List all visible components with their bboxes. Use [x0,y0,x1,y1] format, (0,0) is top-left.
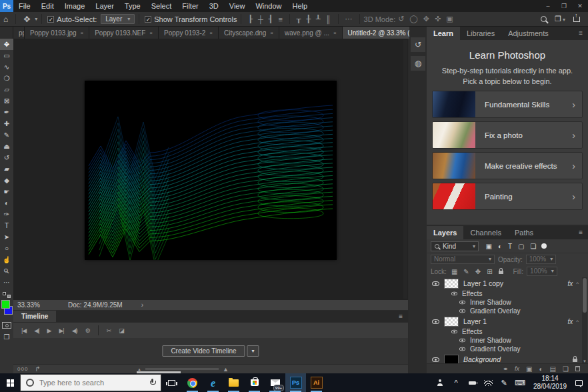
menu-item-select[interactable]: Select [146,0,177,12]
layers-scrollbar[interactable]: ▼ [582,277,587,363]
adjustment-layer-icon[interactable]: ◐ [539,365,543,373]
show-transform-checkbox[interactable]: ✓ [145,16,151,23]
delete-layer-icon[interactable] [575,366,580,371]
canvas-scrollbar[interactable] [403,40,407,299]
menu-item-window[interactable]: Window [250,0,287,12]
filter-adjustment-layers-icon[interactable]: ◐ [495,243,505,250]
screen-mode-button[interactable]: ❐ [0,333,13,341]
card-fundamental-skills[interactable]: Fundamental Skills › [432,91,583,118]
effect-inner-shadow-row[interactable]: Inner Shadow [427,298,588,307]
filter-type-layers-icon[interactable]: T [505,243,515,250]
pen-tool[interactable]: ✑ [0,209,13,220]
zoom-out-icon[interactable]: ▲ [137,367,141,371]
pen-settings-button[interactable]: ✎ [496,373,512,392]
quick-mask-button[interactable] [2,322,11,329]
tab-channels[interactable]: Channels [463,226,507,239]
visibility-eye-icon[interactable] [451,330,457,334]
visibility-eye-icon[interactable] [459,309,465,313]
blend-mode-dropdown[interactable]: Normal▾ [431,255,495,264]
render-video-icon[interactable]: ↱ [28,365,40,373]
align-left-icon[interactable]: ┠ [245,15,255,23]
close-icon[interactable]: × [270,30,273,36]
distribute-vertical-icon[interactable]: ║ [323,15,334,23]
lock-artboard-icon[interactable]: ⊞ [485,268,493,275]
canvas-area[interactable] [13,39,408,300]
menu-item-filter[interactable]: Filter [177,0,203,12]
effect-inner-shadow-row[interactable]: Inner Shadow [427,336,588,345]
tab-adjustments[interactable]: Adjustments [501,27,555,40]
clock[interactable]: 18:14 28/04/2019 [528,375,572,391]
marquee-tool[interactable]: ▭ [0,50,13,61]
menu-item-file[interactable]: File [13,0,36,12]
tab-learn[interactable]: Learn [427,27,460,40]
layer-row-layer1copy[interactable]: Layer 1 copy fx^ [427,277,588,289]
home-icon[interactable]: ⌂ [0,15,11,24]
align-right-icon[interactable]: ┨ [266,15,276,23]
fx-badge[interactable]: fx [567,280,573,287]
effect-gradient-overlay-row[interactable]: Gradient Overlay [427,307,588,315]
action-center-button[interactable] [572,373,588,392]
layer-row-background[interactable]: Background [427,353,588,363]
document-tab[interactable]: Poppy 0193.NEF× [89,27,159,39]
comments-panel-icon[interactable]: ◍ [411,56,425,71]
taskbar-file-explorer[interactable] [223,373,244,392]
taskbar-mail[interactable]: 99+ [265,373,285,392]
microphone-icon[interactable] [149,379,155,387]
layer-thumbnail[interactable] [444,355,459,364]
transition-button[interactable]: ◪ [115,327,128,334]
path-selection-tool[interactable]: ➤ [0,231,13,243]
edit-toolbar-button[interactable]: ⋯ [0,277,13,288]
effects-row[interactable]: Effects [427,289,588,298]
effects-row[interactable]: Effects [427,327,588,336]
document-tab[interactable]: Cityscape.dng× [219,27,279,39]
taskbar-photoshop[interactable]: Ps [285,373,306,392]
search-input[interactable] [39,379,144,387]
zoom-level-field[interactable]: 33.33% [13,301,52,309]
close-icon[interactable]: × [209,30,213,36]
minimize-button[interactable]: – [540,0,556,12]
lock-all-icon[interactable] [499,271,503,274]
layer-name[interactable]: Layer 1 [463,317,487,325]
restore-button[interactable]: ❐ [556,0,572,12]
taskbar-edge[interactable]: e [203,373,223,392]
create-timeline-dropdown[interactable]: ▾ [247,345,259,357]
distribute-top-icon[interactable]: ┰ [294,15,304,23]
align-center-icon[interactable]: ┼ [255,15,266,23]
visibility-eye-icon[interactable] [459,339,465,343]
zoom-in-icon[interactable]: ▲ [223,366,229,373]
layer-style-icon[interactable]: fx [515,365,519,372]
brush-tool[interactable]: ✎ [0,129,13,141]
layer-name[interactable]: Layer 1 copy [463,279,503,287]
people-button[interactable] [432,373,448,392]
document-tab[interactable]: ppy 0193.NEF× [13,27,25,39]
menu-item-help[interactable]: Help [287,0,313,12]
dodge-tool[interactable]: ◐ [0,197,13,209]
zoom-slider[interactable] [145,369,219,369]
touch-keyboard-button[interactable]: ⌨ [512,373,528,392]
spot-healing-tool[interactable]: ✚ [0,118,13,129]
visibility-eye-icon[interactable] [459,347,465,351]
lasso-tool[interactable]: ∿ [0,61,13,73]
audio-toggle-button[interactable]: ◀) [68,327,81,334]
menu-item-3d[interactable]: 3D [204,0,224,12]
collapse-effects-icon[interactable]: ^ [576,319,579,325]
panel-menu-icon[interactable]: ≡ [573,27,588,40]
document-image[interactable] [85,81,337,260]
smudge-tool[interactable]: ☛ [0,186,13,197]
close-icon[interactable]: × [81,30,84,36]
clone-stamp-tool[interactable]: ⏏ [0,141,13,152]
start-button[interactable] [0,373,20,392]
gradient-tool[interactable]: ◆ [0,175,13,186]
visibility-eye-icon[interactable] [451,292,457,296]
foreground-color-swatch[interactable] [1,300,10,309]
menu-item-edit[interactable]: Edit [36,0,59,12]
card-painting[interactable]: Painting › [432,183,583,210]
taskbar-illustrator[interactable]: Ai [306,373,327,392]
tab-layers[interactable]: Layers [427,226,463,239]
tab-libraries[interactable]: Libraries [460,27,501,40]
history-panel-icon[interactable]: ↺ [411,37,425,52]
crop-tool[interactable]: ▱ [0,84,13,95]
shape-tool[interactable]: ○ [0,243,13,254]
workspace-switcher[interactable]: ❐▾ [555,15,565,23]
close-icon[interactable]: × [333,30,337,36]
